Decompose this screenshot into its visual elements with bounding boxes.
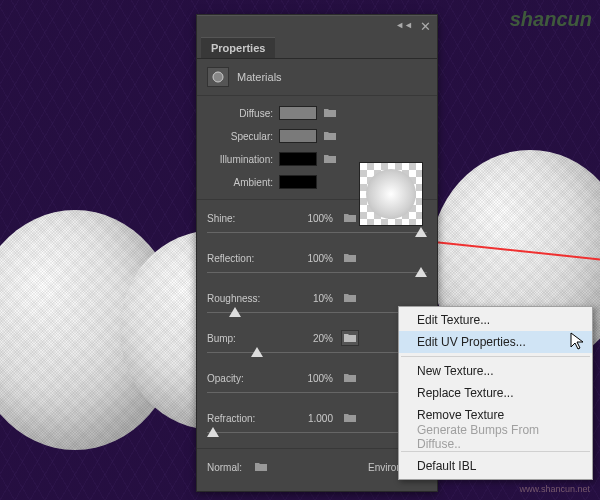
refraction-value[interactable]: 1.000 — [279, 413, 337, 424]
materials-section-header: Materials — [197, 59, 437, 96]
specular-label: Specular: — [207, 131, 279, 142]
ambient-label: Ambient: — [207, 177, 279, 188]
reflection-value[interactable]: 100% — [279, 253, 337, 264]
menu-new-texture[interactable]: New Texture... — [399, 360, 592, 382]
refraction-label: Refraction: — [207, 413, 279, 424]
reflection-texture-button[interactable] — [341, 250, 359, 266]
roughness-texture-button[interactable] — [341, 290, 359, 306]
section-title: Materials — [237, 71, 282, 83]
ambient-swatch[interactable] — [279, 175, 317, 189]
bump-texture-button[interactable] — [341, 330, 359, 346]
diffuse-swatch[interactable] — [279, 106, 317, 120]
menu-default-ibl[interactable]: Default IBL — [399, 455, 592, 477]
specular-texture-button[interactable] — [321, 128, 339, 144]
menu-edit-uv-properties[interactable]: Edit UV Properties... — [399, 331, 592, 353]
collapse-icon[interactable]: ◄◄ — [395, 20, 413, 30]
watermark-url: www.shancun.net — [519, 484, 590, 494]
specular-swatch[interactable] — [279, 129, 317, 143]
texture-preview[interactable] — [359, 162, 423, 226]
roughness-label: Roughness: — [207, 293, 279, 304]
properties-tab[interactable]: Properties — [201, 37, 275, 58]
diffuse-texture-button[interactable] — [321, 105, 339, 121]
menu-generate-bumps: Generate Bumps From Diffuse.. — [399, 426, 592, 448]
normal-label: Normal: — [207, 462, 242, 473]
opacity-label: Opacity: — [207, 373, 279, 384]
menu-edit-texture[interactable]: Edit Texture... — [399, 309, 592, 331]
opacity-value[interactable]: 100% — [279, 373, 337, 384]
menu-separator — [401, 356, 590, 357]
materials-icon — [207, 67, 229, 87]
close-icon[interactable]: ✕ — [420, 19, 431, 34]
reflection-label: Reflection: — [207, 253, 279, 264]
menu-separator — [401, 451, 590, 452]
panel-titlebar: ◄◄ ✕ — [197, 15, 437, 37]
texture-context-menu: Edit Texture... Edit UV Properties... Ne… — [398, 306, 593, 480]
menu-replace-texture[interactable]: Replace Texture... — [399, 382, 592, 404]
shine-value[interactable]: 100% — [279, 213, 337, 224]
bump-label: Bump: — [207, 333, 279, 344]
shine-texture-button[interactable] — [341, 210, 359, 226]
bump-value[interactable]: 20% — [279, 333, 337, 344]
refraction-texture-button[interactable] — [341, 410, 359, 426]
shine-label: Shine: — [207, 213, 279, 224]
illumination-texture-button[interactable] — [321, 151, 339, 167]
normal-texture-button[interactable] — [252, 459, 270, 475]
watermark: shancun — [510, 8, 592, 31]
svg-point-0 — [213, 72, 223, 82]
roughness-value[interactable]: 10% — [279, 293, 337, 304]
diffuse-label: Diffuse: — [207, 108, 279, 119]
opacity-texture-button[interactable] — [341, 370, 359, 386]
illumination-swatch[interactable] — [279, 152, 317, 166]
illumination-label: Illumination: — [207, 154, 279, 165]
